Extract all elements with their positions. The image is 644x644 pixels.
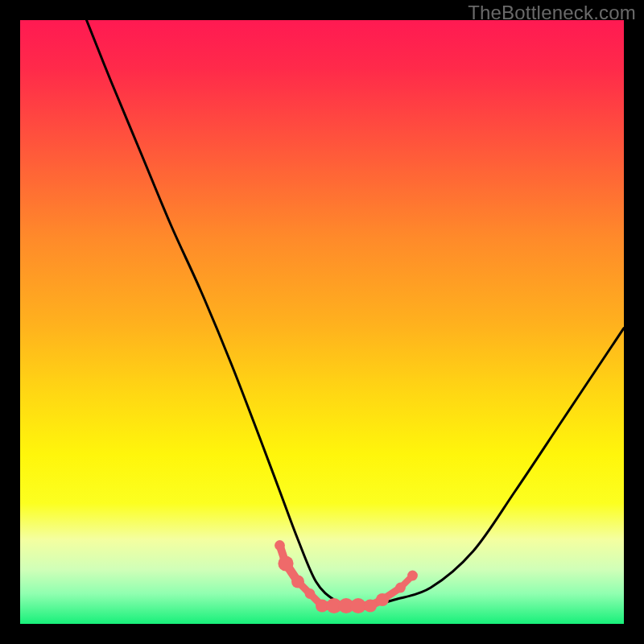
marker-dot [291, 576, 304, 588]
chart-plot-area [20, 20, 624, 624]
bottleneck-curve [87, 20, 625, 606]
marker-dot [278, 555, 293, 571]
marker-dot [275, 540, 285, 551]
marker-dot [350, 598, 365, 613]
marker-dot [376, 593, 389, 606]
marker-cluster [275, 540, 418, 613]
marker-dot [305, 588, 316, 599]
chart-frame: TheBottleneck.com [0, 0, 644, 644]
marker-dot [407, 571, 418, 581]
chart-svg [20, 20, 624, 624]
marker-dot [395, 583, 406, 593]
watermark-text: TheBottleneck.com [468, 2, 636, 24]
marker-dot [364, 600, 377, 613]
